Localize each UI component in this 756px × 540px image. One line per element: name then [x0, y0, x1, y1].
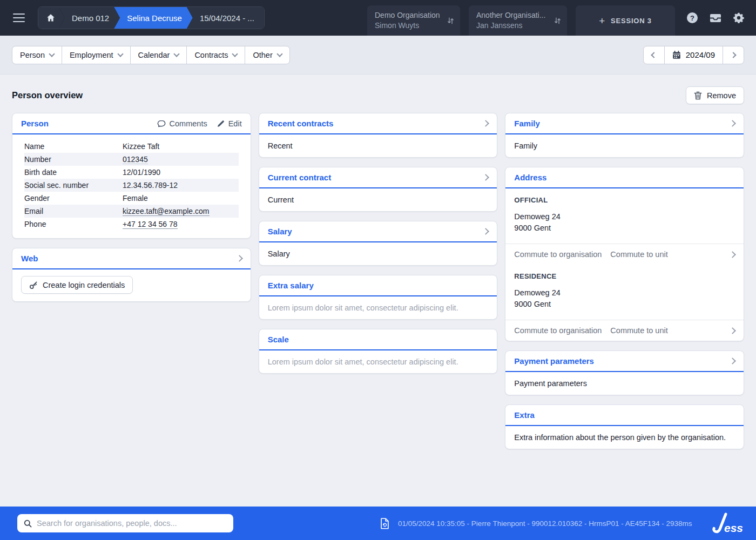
settings-gear-icon[interactable]	[733, 12, 744, 23]
comments-button[interactable]: Comments	[157, 119, 207, 128]
chevron-right-icon[interactable]	[482, 228, 489, 235]
next-period-button[interactable]	[723, 46, 744, 64]
recent-contracts-header[interactable]: Recent contracts	[259, 113, 497, 134]
previous-period-button[interactable]	[643, 46, 665, 64]
session-status-text: 01/05/2024 10:35:05 - Pierre Thienpont -…	[398, 519, 692, 528]
card-title: Salary	[268, 227, 292, 236]
table-row: Birth date12/01/1990	[24, 166, 239, 179]
chevron-right-icon[interactable]	[729, 357, 736, 364]
address-card: Address OFFICIAL Demoweg 24 9000 Gent Co…	[505, 167, 744, 341]
menu-label: Other	[253, 51, 272, 59]
person-card: Person Comments	[12, 113, 251, 239]
swap-icon[interactable]	[447, 17, 455, 25]
menu-employment[interactable]: Employment	[62, 46, 131, 64]
org-card-another-organisation[interactable]: Another Organisati... Jan Janssens	[469, 5, 567, 36]
web-card-header[interactable]: Web	[12, 248, 251, 269]
comments-label: Comments	[170, 119, 207, 128]
chevron-right-icon[interactable]	[482, 120, 489, 127]
secondary-toolbar: Person Employment Calendar Contracts Oth…	[0, 36, 756, 75]
field-label: Gender	[24, 194, 123, 202]
field-value[interactable]: 012345	[123, 155, 148, 164]
address-street: Demoweg 24	[514, 211, 735, 222]
org-card-texts: Another Organisati... Jan Janssens	[476, 10, 554, 31]
field-value: 12/01/1990	[123, 168, 160, 177]
person-card-header: Person Comments	[12, 113, 251, 134]
org-name: Another Organisati...	[476, 10, 554, 21]
chevron-right-icon[interactable]	[236, 255, 243, 262]
scale-card: Scale Lorem ipsum dolor sit amet, consec…	[259, 329, 498, 374]
menu-icon[interactable]	[13, 14, 25, 22]
app-window: Demo 012 Selina Decruse 15/04/2024 - ...…	[0, 0, 756, 540]
chevron-right-icon[interactable]	[729, 120, 736, 127]
menu-other[interactable]: Other	[245, 46, 289, 64]
salary-header[interactable]: Salary	[259, 221, 497, 242]
menu-calendar[interactable]: Calendar	[130, 46, 187, 64]
chevron-right-icon[interactable]	[729, 327, 736, 334]
org-person: Simon Wuyts	[375, 21, 447, 31]
document-icon[interactable]	[380, 518, 389, 529]
chevron-down-icon	[117, 51, 123, 57]
period-navigator: 2024/09	[643, 46, 744, 64]
field-value-email-link[interactable]: kizzee.taft@example.com	[123, 207, 210, 216]
recent-contracts-body: Recent	[259, 134, 497, 157]
search-input[interactable]	[37, 519, 227, 528]
chevron-right-icon[interactable]	[729, 251, 736, 258]
period-value: 2024/09	[686, 50, 715, 59]
breadcrumb-label: 15/04/2024 - ...	[200, 14, 254, 23]
breadcrumb-label: Demo 012	[72, 14, 109, 23]
menu-button-group: Person Employment Calendar Contracts Oth…	[12, 46, 290, 64]
trash-icon	[694, 91, 702, 100]
field-value-phone-link[interactable]: +47 12 34 56 78	[123, 220, 178, 229]
current-contract-header[interactable]: Current contract	[259, 167, 497, 188]
column-middle: Recent contracts Recent Current contract…	[259, 113, 498, 374]
svg-text:ess: ess	[724, 522, 743, 534]
menu-label: Person	[20, 51, 45, 59]
page-title: Person overview	[12, 90, 83, 100]
add-session-button[interactable]: + SESSION 3	[576, 5, 675, 36]
commute-to-organisation-link[interactable]: Commute to organisation	[514, 250, 602, 259]
address-header: Address	[505, 167, 744, 188]
card-title: Family	[514, 119, 540, 128]
remove-button[interactable]: Remove	[686, 86, 744, 104]
menu-person[interactable]: Person	[12, 46, 62, 64]
card-title: Payment parameters	[514, 356, 594, 366]
payment-parameters-header[interactable]: Payment parameters	[505, 351, 744, 372]
chevron-left-icon	[651, 52, 657, 58]
payment-parameters-body: Payment parameters	[505, 372, 744, 395]
commute-to-unit-link[interactable]: Commute to unit	[610, 250, 667, 259]
period-button[interactable]: 2024/09	[664, 46, 723, 64]
salary-card: Salary Salary	[259, 221, 498, 266]
table-row: Phone+47 12 34 56 78	[24, 218, 239, 231]
person-detail-table: NameKizzee Taft Number012345 Birth date1…	[12, 134, 251, 238]
edit-label: Edit	[228, 119, 242, 128]
swap-icon[interactable]	[554, 17, 562, 25]
table-row: Emailkizzee.taft@example.com	[24, 205, 239, 218]
breadcrumb-item-date[interactable]: 15/04/2024 - ...	[187, 7, 264, 29]
field-label: Email	[24, 207, 123, 215]
commute-to-unit-link[interactable]: Commute to unit	[610, 326, 667, 335]
family-header[interactable]: Family	[505, 113, 744, 134]
org-person: Jan Janssens	[476, 21, 554, 31]
table-row: Number012345	[24, 153, 239, 166]
edit-button[interactable]: Edit	[217, 119, 242, 128]
chevron-right-icon[interactable]	[482, 174, 489, 181]
menu-contracts[interactable]: Contracts	[186, 46, 245, 64]
breadcrumb: Demo 012 Selina Decruse 15/04/2024 - ...	[38, 6, 265, 29]
card-title: Scale	[268, 335, 289, 344]
breadcrumb-item-dossier[interactable]: Demo 012	[59, 7, 120, 29]
scale-body: Lorem ipsum dolor sit amet, consectetur …	[259, 350, 497, 373]
breadcrumb-item-person-active[interactable]: Selina Decruse	[114, 7, 193, 29]
help-icon[interactable]: ?	[687, 12, 698, 23]
menu-label: Employment	[70, 51, 113, 59]
card-title: Recent contracts	[268, 119, 334, 128]
inbox-icon[interactable]	[710, 14, 721, 23]
search-icon	[24, 519, 32, 528]
commute-to-organisation-link[interactable]: Commute to organisation	[514, 326, 602, 335]
column-right: Family Family Address OFFICIAL Demoweg 2…	[505, 113, 744, 449]
family-card: Family Family	[505, 113, 744, 158]
chevron-down-icon	[232, 51, 238, 57]
create-login-credentials-button[interactable]: Create login credentials	[21, 276, 133, 294]
org-card-demo-organisation[interactable]: Demo Organisation Simon Wuyts	[367, 5, 460, 36]
web-card: Web Create login credentials	[12, 248, 251, 302]
plus-icon: +	[599, 16, 605, 26]
